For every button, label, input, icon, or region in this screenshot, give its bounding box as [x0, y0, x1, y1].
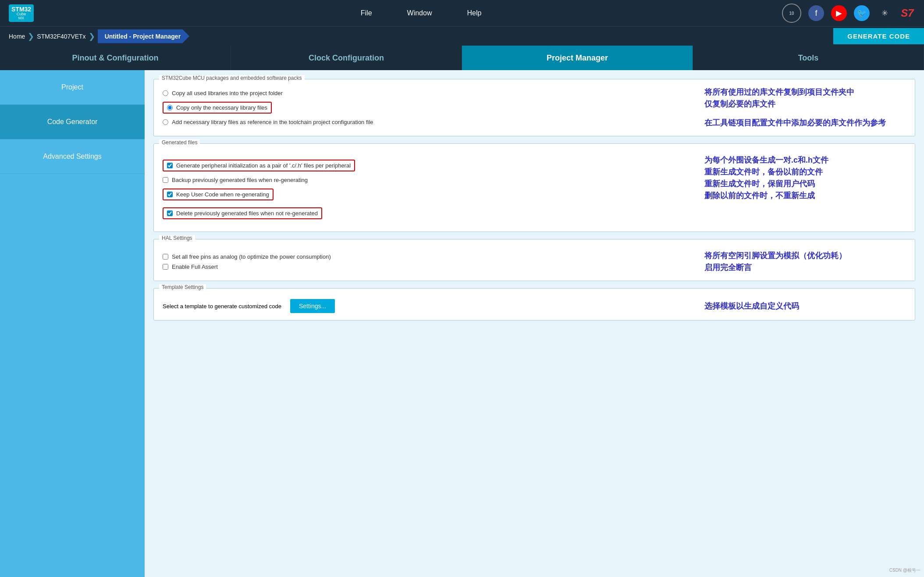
checkbox-keep-user-code[interactable] [167, 192, 173, 197]
main-tabs: Pinout & Configuration Clock Configurati… [0, 46, 924, 70]
option-delete-prev-label: Delete previously generated files when n… [176, 210, 318, 217]
radio-add-reference[interactable] [163, 119, 168, 125]
menu-file[interactable]: File [361, 9, 372, 17]
option-copy-necessary[interactable]: Copy only the necessary library files [163, 100, 687, 115]
main-content: STM32Cube MCU packages and embedded soft… [145, 70, 924, 577]
checkbox-full-assert[interactable] [163, 264, 168, 270]
logo-stm-text: STM32 [11, 6, 31, 12]
tab-clock[interactable]: Clock Configuration [231, 46, 462, 70]
mcu-annotations: 将所有使用过的库文件复制到项目文件夹中 仅复制必要的库文件 在工具链项目配置文件… [687, 86, 906, 129]
option-full-assert-label: Enable Full Assert [172, 264, 687, 270]
highlight-gen-peripheral: Generate peripheral initialization as a … [163, 160, 355, 171]
option-keep-user-code[interactable]: Keep User Code when re-generating [163, 187, 687, 202]
hal-section-label: HAL Settings [159, 235, 195, 241]
checkbox-free-pins[interactable] [163, 254, 168, 260]
checkbox-backup-files[interactable] [163, 177, 168, 183]
generated-files-options: Generate peripheral initialization as a … [163, 154, 687, 224]
option-copy-necessary-label: Copy only the necessary library files [176, 104, 267, 111]
sidebar-item-advanced-settings[interactable]: Advanced Settings [0, 139, 145, 174]
breadcrumb: Home ❯ STM32F407VETx ❯ Untitled - Projec… [0, 26, 924, 46]
template-settings-section: Template Settings Select a template to g… [153, 288, 915, 321]
annotation-backup: 重新生成文件时，备份以前的文件 [704, 166, 906, 178]
option-gen-peripheral[interactable]: Generate peripheral initialization as a … [163, 158, 687, 173]
sidebar-item-code-generator[interactable]: Code Generator [0, 105, 145, 139]
template-row: Select a template to generate customized… [163, 299, 687, 313]
template-text: Select a template to generate customized… [163, 303, 281, 310]
option-add-reference[interactable]: Add necessary library files as reference… [163, 119, 687, 125]
content-area: Project Code Generator Advanced Settings… [0, 70, 924, 577]
hal-settings-content: Set all free pins as analog (to optimize… [163, 250, 906, 274]
top-menu-bar: STM32 Cube MX File Window Help 10 f ▶ 🐦 … [0, 0, 924, 26]
template-settings-content: Select a template to generate customized… [163, 299, 906, 313]
option-gen-peripheral-label: Generate peripheral initialization as a … [176, 162, 351, 169]
logo-area: STM32 Cube MX [9, 4, 34, 22]
settings-button[interactable]: Settings... [290, 299, 335, 313]
watermark: CSDN @根号一 [889, 567, 920, 573]
menu-help[interactable]: Help [467, 9, 481, 17]
mcu-section-label: STM32Cube MCU packages and embedded soft… [159, 75, 305, 81]
highlight-keep-user-code: Keep User Code when re-generating [163, 189, 274, 200]
generated-files-annotations: 为每个外围设备生成一对.c和.h文件 重新生成文件时，备份以前的文件 重新生成文… [687, 154, 906, 202]
network-icon[interactable]: ✳ [877, 5, 892, 21]
template-annotation: 选择模板以生成自定义代码 [687, 300, 906, 312]
generated-files-section: Generated files Generate peripheral init… [153, 143, 915, 232]
radio-copy-all[interactable] [163, 90, 168, 96]
checkbox-delete-prev[interactable] [167, 210, 173, 216]
breadcrumb-home[interactable]: Home [9, 33, 25, 40]
breadcrumb-arrow-1: ❯ [28, 32, 34, 41]
option-free-pins[interactable]: Set all free pins as analog (to optimize… [163, 253, 687, 260]
option-copy-all[interactable]: Copy all used libraries into the project… [163, 90, 687, 96]
option-backup-files[interactable]: Backup previously generated files when r… [163, 177, 687, 183]
mcu-section-content: Copy all used libraries into the project… [163, 86, 906, 129]
tab-tools[interactable]: Tools [693, 46, 924, 70]
twitter-icon[interactable]: 🐦 [854, 5, 870, 21]
mcu-packages-section: STM32Cube MCU packages and embedded soft… [153, 79, 915, 136]
option-keep-user-code-label: Keep User Code when re-generating [176, 191, 269, 198]
radio-copy-necessary[interactable] [167, 105, 173, 110]
menu-window[interactable]: Window [407, 9, 432, 17]
annotation-copy-all: 将所有使用过的库文件复制到项目文件夹中 [704, 86, 906, 98]
option-copy-all-label: Copy all used libraries into the project… [172, 90, 687, 96]
mcu-options: Copy all used libraries into the project… [163, 86, 687, 129]
breadcrumb-project[interactable]: Untitled - Project Manager [98, 29, 189, 43]
menu-items: File Window Help [60, 9, 782, 17]
st-logo-icon: S7 [899, 5, 915, 21]
generated-files-label: Generated files [159, 139, 200, 146]
template-options: Select a template to generate customized… [163, 299, 687, 313]
social-icons: 10 f ▶ 🐦 ✳ S7 [782, 4, 915, 23]
hal-annotations: 将所有空闲引脚设置为模拟（优化功耗） 启用完全断言 [687, 250, 906, 274]
annotation-free-pins: 将所有空闲引脚设置为模拟（优化功耗） [704, 250, 906, 262]
hal-settings-section: HAL Settings Set all free pins as analog… [153, 239, 915, 281]
option-full-assert[interactable]: Enable Full Assert [163, 264, 687, 270]
tab-pinout[interactable]: Pinout & Configuration [0, 46, 231, 70]
sidebar-item-project[interactable]: Project [0, 70, 145, 105]
option-free-pins-label: Set all free pins as analog (to optimize… [172, 253, 687, 260]
annotation-copy-necessary: 仅复制必要的库文件 [704, 98, 906, 110]
highlight-delete-prev: Delete previously generated files when n… [163, 207, 322, 219]
option-backup-files-label: Backup previously generated files when r… [172, 177, 687, 183]
generated-files-content: Generate peripheral initialization as a … [163, 154, 906, 224]
annotation-full-assert: 启用完全断言 [704, 262, 906, 274]
stm32-logo: STM32 Cube MX [9, 4, 34, 22]
tab-project-manager[interactable]: Project Manager [462, 46, 693, 70]
annotation-template: 选择模板以生成自定义代码 [704, 300, 906, 312]
highlight-copy-necessary: Copy only the necessary library files [163, 102, 272, 114]
annotation-keep-user: 重新生成文件时，保留用户代码 [704, 178, 906, 190]
annotation-gen-peripheral: 为每个外围设备生成一对.c和.h文件 [704, 154, 906, 166]
option-add-reference-label: Add necessary library files as reference… [172, 119, 687, 125]
sidebar: Project Code Generator Advanced Settings [0, 70, 145, 577]
checkbox-gen-peripheral[interactable] [167, 163, 173, 168]
generate-code-button[interactable]: GENERATE CODE [833, 28, 924, 44]
template-section-label: Template Settings [159, 284, 206, 290]
icon-10-anniversary: 10 [782, 4, 801, 23]
youtube-icon[interactable]: ▶ [831, 5, 847, 21]
option-delete-prev[interactable]: Delete previously generated files when n… [163, 206, 687, 221]
facebook-icon[interactable]: f [808, 5, 824, 21]
hal-options: Set all free pins as analog (to optimize… [163, 250, 687, 274]
annotation-add-reference: 在工具链项目配置文件中添加必要的库文件作为参考 [704, 117, 906, 129]
breadcrumb-arrow-2: ❯ [89, 32, 95, 41]
breadcrumb-device[interactable]: STM32F407VETx [37, 33, 85, 40]
logo-mx-text: MX [18, 16, 25, 20]
annotation-delete-prev: 删除以前的文件时，不重新生成 [704, 190, 906, 202]
